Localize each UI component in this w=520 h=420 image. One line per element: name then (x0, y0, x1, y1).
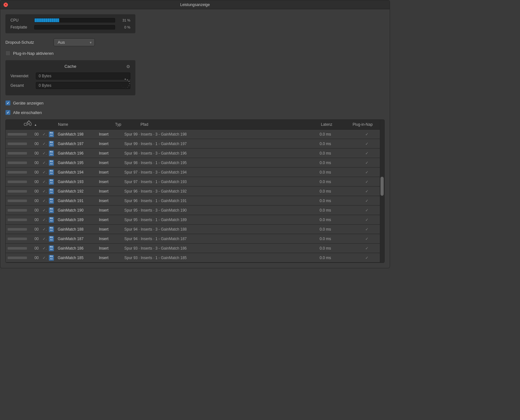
td-latenz: 0.0 ms (318, 170, 349, 175)
cpu-bar-cell (8, 181, 27, 183)
table-row[interactable]: 00 ✓ FX AU GainMatch 189 Insert Spur 95 … (6, 215, 384, 225)
td-cpu-num: 00 (31, 227, 41, 232)
plugin-icon: FX AU (49, 245, 54, 251)
td-nap: ✓ (349, 256, 384, 260)
td-typ: Insert (97, 199, 122, 203)
td-check[interactable]: ✓ (41, 218, 47, 222)
svg-point-5 (127, 87, 128, 88)
td-name: GainMatch 196 (56, 151, 97, 156)
disk-value: 0 % (118, 25, 130, 29)
td-name: GainMatch 192 (56, 189, 97, 194)
td-name: GainMatch 191 (56, 199, 97, 203)
td-latenz: 0.0 ms (318, 208, 349, 213)
td-plugin-icon: FX AU (47, 236, 56, 242)
td-typ: Insert (97, 256, 122, 260)
td-plugin-icon: FX AU (47, 150, 56, 156)
td-pfad: Spur 99 · Inserts · 1 - GainMatch 197 (122, 142, 318, 146)
plugin-icon: FX AU (49, 188, 54, 194)
td-typ: Insert (97, 227, 122, 232)
td-check[interactable]: ✓ (41, 161, 47, 165)
table-row[interactable]: 00 ✓ FX AU GainMatch 187 Insert Spur 94 … (6, 234, 384, 244)
cache-used-value: 0 Bytes (36, 73, 130, 80)
td-latenz: 0.0 ms (318, 199, 349, 203)
td-name: GainMatch 185 (56, 256, 97, 260)
td-check[interactable]: ✓ (41, 199, 47, 203)
td-check[interactable]: ✓ (41, 246, 47, 251)
plugin-nap-checkbox[interactable] (5, 51, 10, 56)
td-plugin-icon: FX AU (47, 217, 56, 223)
td-check[interactable]: ✓ (41, 132, 47, 137)
td-nap: ✓ (349, 218, 384, 222)
td-pfad: Spur 99 · Inserts · 3 - GainMatch 198 (122, 132, 318, 137)
td-check[interactable]: ✓ (41, 256, 47, 260)
table-row[interactable]: 00 ✓ FX AU GainMatch 186 Insert Spur 93 … (6, 244, 384, 253)
geraete-checkbox[interactable] (5, 100, 10, 105)
th-cpu[interactable]: CPU ▲ (6, 120, 55, 129)
alle-row[interactable]: Alle einschalten (5, 110, 385, 115)
title-bar: Leistungsanzeige (0, 0, 390, 9)
cpu-bar-cell (8, 200, 27, 202)
th-typ[interactable]: Typ (112, 120, 137, 129)
close-button[interactable] (3, 3, 8, 7)
table-row[interactable]: 00 ✓ FX AU GainMatch 196 Insert Spur 98 … (6, 149, 384, 158)
dropout-dropdown[interactable]: AusMinimalNormalSicherSehr sicherExtrem (54, 38, 95, 46)
scrollbar-thumb[interactable] (380, 177, 384, 196)
td-latenz: 0.0 ms (318, 132, 349, 137)
td-cpu-num: 00 (31, 142, 41, 146)
geraete-row[interactable]: Geräte anzeigen (5, 100, 385, 105)
th-name[interactable]: Name (55, 120, 112, 129)
td-name: GainMatch 188 (56, 227, 97, 232)
table-row[interactable]: 00 ✓ FX AU GainMatch 197 Insert Spur 99 … (6, 139, 384, 149)
td-check[interactable]: ✓ (41, 151, 47, 156)
td-check[interactable]: ✓ (41, 208, 47, 213)
td-plugin-icon: FX AU (47, 255, 56, 261)
cache-settings-icon[interactable]: ⚙ (126, 64, 130, 69)
td-cpu-bar (6, 228, 31, 231)
table-row[interactable]: 00 ✓ FX AU GainMatch 193 Insert Spur 97 … (6, 177, 384, 187)
th-latenz[interactable]: Latenz (318, 120, 349, 129)
td-nap: ✓ (349, 199, 384, 203)
td-cpu-num: 00 (31, 180, 41, 184)
td-nap: ✓ (349, 170, 384, 175)
cache-used-row: Verwendet 0 Bytes (10, 73, 130, 80)
td-plugin-icon: FX AU (47, 188, 56, 194)
td-check[interactable]: ✓ (41, 189, 47, 194)
cpu-value: 31 % (118, 18, 130, 22)
table-row[interactable]: 00 ✓ FX AU GainMatch 190 Insert Spur 95 … (6, 206, 384, 215)
cpu-bar (35, 18, 59, 22)
table-row[interactable]: 00 ✓ FX AU GainMatch 194 Insert Spur 97 … (6, 168, 384, 177)
table-row[interactable]: 00 ✓ FX AU GainMatch 195 Insert Spur 98 … (6, 158, 384, 168)
scrollbar-track[interactable] (380, 120, 384, 263)
th-pfad[interactable]: Pfad (137, 120, 318, 129)
plugin-nap-row[interactable]: Plug-in-Nap aktivieren (5, 51, 385, 56)
td-check[interactable]: ✓ (41, 142, 47, 146)
table-row[interactable]: 00 ✓ FX AU GainMatch 191 Insert Spur 96 … (6, 196, 384, 206)
table-row[interactable]: 00 ✓ FX AU GainMatch 185 Insert Spur 93 … (6, 253, 384, 263)
alle-checkbox[interactable] (5, 110, 10, 115)
svg-point-9 (120, 83, 121, 84)
th-nap[interactable]: Plug-in-Nap (349, 120, 384, 129)
svg-point-2 (128, 81, 129, 82)
td-name: GainMatch 186 (56, 246, 97, 251)
td-check[interactable]: ✓ (41, 227, 47, 232)
td-plugin-icon: FX AU (47, 198, 56, 204)
td-plugin-icon: FX AU (47, 169, 56, 175)
svg-point-8 (121, 86, 121, 86)
td-pfad: Spur 93 · Inserts · 3 - GainMatch 186 (122, 246, 318, 251)
td-check[interactable]: ✓ (41, 170, 47, 175)
svg-point-0 (125, 79, 126, 80)
table-row[interactable]: 00 ✓ FX AU GainMatch 198 Insert Spur 99 … (6, 130, 384, 139)
td-check[interactable]: ✓ (41, 237, 47, 241)
td-name: GainMatch 190 (56, 208, 97, 213)
plugin-icon: FX AU (49, 150, 54, 156)
td-nap: ✓ (349, 132, 384, 137)
cache-total-value: 0 Bytes (36, 82, 130, 89)
td-check[interactable]: ✓ (41, 180, 47, 184)
td-nap: ✓ (349, 142, 384, 146)
svg-point-7 (123, 87, 123, 88)
td-nap: ✓ (349, 208, 384, 213)
table-row[interactable]: 00 ✓ FX AU GainMatch 188 Insert Spur 94 … (6, 225, 384, 234)
td-cpu-num: 00 (31, 170, 41, 175)
table-row[interactable]: 00 ✓ FX AU GainMatch 192 Insert Spur 96 … (6, 187, 384, 196)
td-latenz: 0.0 ms (318, 256, 349, 260)
